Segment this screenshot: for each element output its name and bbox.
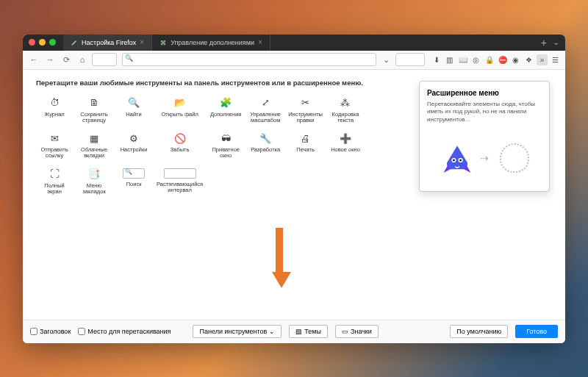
svg-point-2 [452,159,454,162]
tool-icon: ✂ [299,97,312,109]
tool-item[interactable]: 🖨Печать [287,131,324,161]
forward-button[interactable]: → [43,53,57,66]
minimize-window-button[interactable] [39,39,46,46]
lock-icon[interactable]: 🔒 [484,54,495,65]
panel-title: Расширенное меню [427,89,542,97]
close-tab-icon[interactable]: × [258,38,262,46]
url-bar[interactable] [92,53,117,66]
tool-label: Поиск [126,182,142,193]
tool-label: Полный экран [37,183,71,195]
tool-label: Разработка [251,147,280,159]
tool-icon: 🕶 [219,132,232,144]
tab-addons-manager[interactable]: Управление дополнениями × [152,35,270,51]
tool-icon: 📑 [87,168,101,180]
tool-item[interactable]: ▦Облачные вкладки [76,131,112,161]
tool-item[interactable]: 🕶Приватное окно [207,131,244,161]
tool-label: Дополнения [210,112,241,123]
tool-item[interactable]: 📂Открыть файл [155,96,204,126]
tool-label: Найти [126,112,141,123]
home-button[interactable]: ⌂ [76,53,89,66]
panel-illustration: ⇢ [427,132,542,184]
tool-item[interactable]: ⛶Полный экран [36,167,73,197]
tool-icon: ▦ [87,132,101,144]
tool-label: Кодировка текста [329,112,362,124]
tool-label: Инструменты правки [288,112,323,124]
panel-text: Перетаскивайте элементы сюда, чтобы имет… [427,101,542,123]
tool-label: Облачные вкладки [77,147,111,159]
download-arrow-icon[interactable]: ⬇ [431,54,442,65]
tool-icon: 🖨 [299,132,312,144]
nav-right-icons: ⬇ ▥ 📖 ◎ 🔒 ⛔ ◉ ❖ » ☰ [431,54,561,65]
tool-item[interactable]: Растягивающийся интервал [155,167,204,197]
tool-icon: 🚫 [173,132,187,144]
titlebar-checkbox[interactable]: Заголовок [30,328,71,335]
nav-toolbar: ← → ⟳ ⌂ ⌄ ⬇ ▥ 📖 ◎ 🔒 ⛔ ◉ ❖ » ☰ [23,51,565,70]
tool-item[interactable]: ⚙Настройки [115,131,152,161]
tool-label: Растягивающийся интервал [157,182,203,194]
tool-item[interactable]: ⤢Управление масштабом [247,96,284,126]
tool-item[interactable]: 🔍Найти [115,96,152,126]
close-window-button[interactable] [29,39,35,46]
tool-label: Отправить ссылку [37,147,71,159]
tool-item[interactable]: 🗎Сохранить страницу [76,96,112,126]
library-icon[interactable]: ▥ [444,54,455,65]
search-bar[interactable] [122,53,376,66]
dropdown-icon[interactable]: ⌄ [379,53,392,66]
traffic-lights [29,39,56,46]
mascot-icon [440,141,474,175]
close-tab-icon[interactable]: × [140,38,144,46]
tab-label: Управление дополнениями [171,39,254,46]
tool-icon: 📂 [173,97,187,109]
tool-item[interactable]: ✂Инструменты правки [287,96,324,126]
extension2-icon[interactable]: ❖ [523,54,534,65]
drag-arrow-icon: ⇢ [480,152,489,164]
density-button[interactable]: ▭Значки [335,325,379,338]
tool-icon: ⛶ [48,168,61,180]
ghost-dropzone-icon [500,143,529,173]
new-tab-button[interactable]: + [541,37,547,49]
tool-label: Настройки [121,147,148,159]
tool-label: Сохранить страницу [77,112,111,124]
extension-icon[interactable]: ◉ [510,54,521,65]
shield-icon[interactable]: ◎ [470,54,481,65]
tool-icon: 🔧 [259,132,272,144]
dragspace-checkbox[interactable]: Место для перетаскивания [78,328,171,335]
secondary-input[interactable] [395,53,425,66]
tool-icon: ⏱ [48,97,61,109]
maximize-window-button[interactable] [49,39,56,46]
tool-item[interactable]: ⁂Кодировка текста [327,96,364,126]
tab-label: Настройка Firefox [82,39,136,46]
tool-item[interactable]: 🔧Разработка [247,131,284,161]
reader-icon[interactable]: 📖 [457,54,468,65]
themes-button[interactable]: ▧Темы [289,325,328,338]
tool-item[interactable]: 📑Меню закладок [76,167,112,197]
back-button[interactable]: ← [27,53,40,66]
adblock-icon[interactable]: ⛔ [497,54,508,65]
tool-icon: 🗎 [87,97,101,109]
restore-defaults-button[interactable]: По умолчанию [450,325,508,338]
tool-label: Журнал [44,112,64,123]
tool-item[interactable]: ✉Отправить ссылку [36,131,73,161]
tool-label: Меню закладок [77,183,111,195]
tool-palette: ⏱Журнал🗎Сохранить страницу🔍Найти📂Открыть… [36,96,404,197]
done-button[interactable]: Готово [515,325,558,338]
titlebar: Настройка Firefox × Управление дополнени… [23,35,565,51]
overflow-menu-button[interactable]: » [537,54,548,65]
brush-icon [71,39,78,46]
footer-bar: Заголовок Место для перетаскивания Панел… [23,320,565,343]
tool-item[interactable]: 🔍Поиск [115,167,152,197]
density-icon: ▭ [342,328,348,335]
tabs-dropdown-button[interactable]: ⌄ [553,37,559,47]
tool-icon: 🔍 [127,97,140,109]
tool-label: Новое окно [331,147,360,159]
tool-item[interactable]: 🚫Забыть [155,131,204,161]
tool-item[interactable]: ➕Новое окно [327,131,364,161]
toolbars-dropdown[interactable]: Панели инструментов⌄ [193,325,282,338]
reload-button[interactable]: ⟳ [60,53,73,66]
tool-label: Приватное окно [209,147,243,159]
tool-icon: 🧩 [219,97,232,109]
tab-customize-firefox[interactable]: Настройка Firefox × [63,35,152,51]
hamburger-menu-button[interactable]: ☰ [550,54,561,65]
tool-item[interactable]: ⏱Журнал [36,96,73,126]
tool-item[interactable]: 🧩Дополнения [207,96,244,126]
